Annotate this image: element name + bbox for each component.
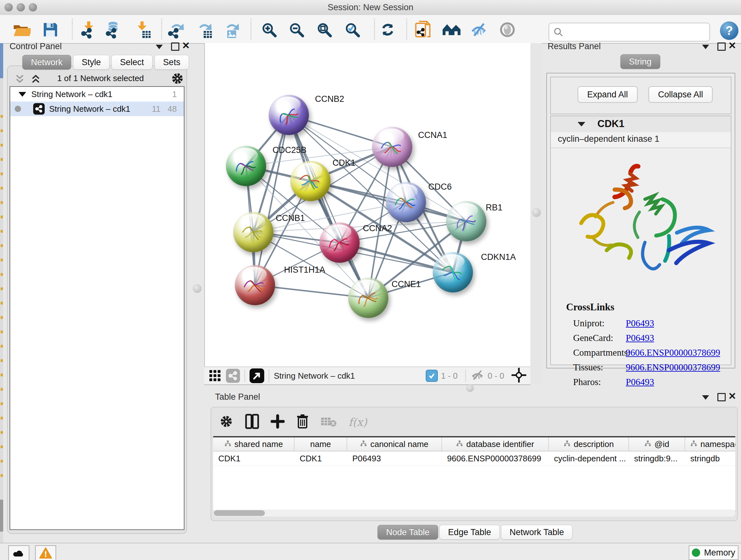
import-network-database-icon[interactable]: [104, 19, 125, 40]
import-table-icon[interactable]: [133, 19, 153, 40]
node-CCNA2[interactable]: [320, 223, 360, 263]
add-column-icon[interactable]: [271, 414, 285, 430]
save-session-icon[interactable]: [40, 19, 61, 40]
control-panel-menu-icon[interactable]: [156, 45, 163, 49]
gear-icon[interactable]: [219, 414, 233, 430]
tab-select[interactable]: Select: [111, 55, 152, 70]
node-HIST1H1A[interactable]: [235, 265, 275, 305]
home-network-icon[interactable]: [441, 19, 462, 40]
table-panel-float-icon[interactable]: [718, 393, 726, 401]
columns-icon[interactable]: [245, 414, 259, 430]
node-CCNE1[interactable]: [348, 278, 388, 318]
background-window-fragment: [1, 431, 3, 434]
node-RB1[interactable]: [446, 201, 486, 241]
node-CCNB1[interactable]: [233, 212, 273, 252]
refresh-icon[interactable]: [378, 19, 398, 40]
table-panel-menu-icon[interactable]: [702, 395, 709, 400]
results-panel-float-icon[interactable]: [718, 43, 726, 51]
gene-header-row[interactable]: CDK1: [551, 116, 731, 133]
node-CCNA1[interactable]: [372, 127, 412, 167]
search-box[interactable]: [549, 23, 710, 42]
control-panel-close-icon[interactable]: ✕: [182, 42, 190, 50]
right-splitter-handle[interactable]: [532, 208, 541, 217]
column-header--id[interactable]: @id: [629, 437, 685, 451]
collapse-all-button[interactable]: Collapse All: [649, 86, 713, 103]
network-options-gear-icon[interactable]: [171, 71, 185, 87]
tab-style[interactable]: Style: [73, 55, 110, 70]
crosshair-icon[interactable]: [511, 368, 527, 384]
tab-node-table[interactable]: Node Table: [378, 525, 438, 540]
tab-edge-table[interactable]: Edge Table: [440, 525, 500, 540]
collapse-gene-icon[interactable]: [578, 122, 585, 126]
grid-icon[interactable]: [209, 369, 221, 383]
table-cell[interactable]: stringdb: [685, 451, 735, 465]
export-network-icon[interactable]: [166, 19, 187, 40]
share-document-icon[interactable]: [413, 19, 433, 40]
node-CDK1[interactable]: [290, 161, 331, 201]
table-panel-close-icon[interactable]: ✕: [728, 392, 736, 400]
table-cell[interactable]: 9606.ENSP00000378699: [442, 451, 549, 465]
hidden-eye-icon[interactable]: [470, 369, 484, 382]
column-header-name[interactable]: name: [294, 437, 347, 451]
memory-button[interactable]: Memory: [689, 545, 738, 560]
column-header-namespace[interactable]: namespace: [685, 437, 735, 451]
zoom-in-icon[interactable]: [259, 19, 279, 40]
results-panel-menu-icon[interactable]: [702, 45, 709, 49]
expand-all-icon[interactable]: [29, 73, 42, 87]
table-splitter-handle[interactable]: [466, 384, 474, 392]
horizontal-scrollbar[interactable]: [213, 509, 735, 516]
node-CDC6[interactable]: [386, 182, 426, 222]
crosslink-link[interactable]: 9606.ENSP00000378699: [626, 362, 720, 373]
tab-network[interactable]: Network: [22, 55, 71, 70]
tab-sets[interactable]: Sets: [154, 55, 189, 70]
crosslink-link[interactable]: P06493: [626, 333, 654, 343]
column-header-canonical-name[interactable]: canonical name: [347, 437, 442, 451]
table-cell[interactable]: CDK1: [213, 451, 294, 465]
export-table-icon[interactable]: [194, 19, 214, 40]
zoom-out-icon[interactable]: [286, 19, 307, 40]
column-header-shared-name[interactable]: shared name: [213, 437, 294, 451]
expand-arrow-icon[interactable]: [18, 92, 26, 97]
column-header-description[interactable]: description: [549, 437, 629, 451]
selected-nodes-checkbox[interactable]: [426, 370, 438, 382]
network-canvas[interactable]: CCNB2 CCNA1 CDC25B CDK1 CDC6 RB1: [204, 43, 531, 367]
table-cell[interactable]: cyclin-dependent ...: [549, 451, 629, 465]
node-CCNB2[interactable]: [269, 95, 309, 135]
network-tree-row[interactable]: String Network – cdk11: [10, 87, 184, 102]
help-icon[interactable]: ?: [720, 21, 738, 40]
control-panel-float-icon[interactable]: [171, 43, 179, 51]
crosslink-link[interactable]: 9606.ENSP00000378699: [626, 348, 720, 358]
birdseye-sphere-icon[interactable]: [497, 19, 518, 40]
table-cell[interactable]: P06493: [347, 451, 442, 465]
search-input[interactable]: [566, 25, 710, 40]
background-window-fragment: [1, 316, 3, 319]
tab-network-table[interactable]: Network Table: [501, 525, 573, 540]
import-network-file-icon[interactable]: [77, 19, 97, 40]
left-splitter-handle[interactable]: [193, 284, 202, 293]
tab-string[interactable]: String: [620, 54, 660, 69]
warning-button[interactable]: [35, 545, 56, 560]
share-network-gray-icon[interactable]: [226, 369, 240, 383]
collapse-all-icon[interactable]: [13, 73, 26, 87]
results-panel-close-icon[interactable]: ✕: [728, 42, 736, 50]
expand-all-button[interactable]: Expand All: [578, 86, 637, 103]
cloud-button[interactable]: [8, 545, 29, 560]
hide-unhide-icon[interactable]: [468, 19, 489, 40]
table-cell[interactable]: CDK1: [294, 451, 347, 465]
node-CDKN1A[interactable]: [433, 252, 473, 293]
export-image-icon[interactable]: [221, 19, 242, 40]
network-tree-row[interactable]: String Network – cdk11148: [10, 102, 184, 116]
node-CDC25B[interactable]: [226, 146, 266, 186]
column-type-icon: [644, 439, 651, 449]
crosslink-link[interactable]: P06493: [626, 377, 654, 387]
table-row[interactable]: CDK1CDK1P064939606.ENSP00000378699cyclin…: [213, 451, 735, 466]
zoom-selected-icon[interactable]: [342, 19, 362, 40]
open-session-icon[interactable]: [11, 19, 32, 40]
zoom-fit-icon[interactable]: [314, 19, 334, 40]
delete-column-icon[interactable]: [296, 414, 309, 430]
birdseye-view-icon[interactable]: [250, 368, 264, 383]
crosslink-link[interactable]: P06493: [626, 318, 654, 328]
table-cell[interactable]: stringdb:9...: [629, 451, 685, 465]
scrollbar-thumb[interactable]: [214, 510, 265, 516]
column-header-database-identifier[interactable]: database identifier: [442, 437, 549, 451]
